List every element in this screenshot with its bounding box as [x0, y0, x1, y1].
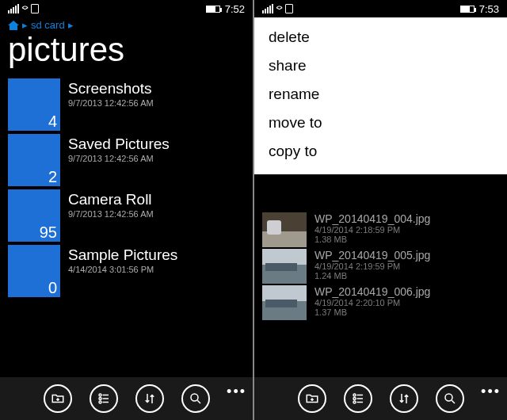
phone-right: ⌔ 7:53 WP_20140419_004.jpg 4/19/2014 2:1…: [254, 0, 507, 420]
search-button[interactable]: [181, 384, 210, 413]
file-list: WP_20140419_004.jpg 4/19/2014 2:18:59 PM…: [254, 212, 507, 320]
svg-point-0: [99, 394, 101, 396]
folder-name: Sample Pictures: [68, 246, 177, 264]
more-button[interactable]: •••: [227, 384, 246, 400]
svg-point-7: [445, 394, 452, 401]
context-menu-share[interactable]: share: [269, 57, 493, 74]
file-date: 4/19/2014 2:20:10 PM: [314, 298, 430, 307]
file-size: 1.38 MB: [314, 235, 430, 244]
wifi-icon: ⌔: [276, 3, 282, 14]
folder-tile[interactable]: 95: [8, 189, 60, 242]
file-date: 4/19/2014 2:19:59 PM: [314, 262, 430, 271]
select-button[interactable]: [344, 384, 372, 413]
folder-item[interactable]: 4 Screenshots 9/7/2013 12:42:56 AM: [8, 78, 245, 131]
wifi-icon: ⌔: [22, 3, 28, 14]
file-item[interactable]: WP_20140419_006.jpg 4/19/2014 2:20:10 PM…: [262, 285, 499, 320]
folder-date: 9/7/2013 12:42:56 AM: [68, 209, 154, 219]
more-button[interactable]: •••: [481, 384, 501, 400]
search-button[interactable]: [436, 384, 464, 413]
app-bar: •••: [0, 377, 253, 420]
folder-count: 4: [48, 113, 57, 131]
breadcrumb-sep: ▸: [22, 19, 28, 31]
breadcrumb[interactable]: ▸ sd card ▸: [0, 17, 253, 31]
folder-count: 95: [40, 223, 57, 242]
folder-item[interactable]: 0 Sample Pictures 4/14/2014 3:01:56 PM: [8, 245, 245, 297]
context-menu-delete[interactable]: delete: [269, 29, 493, 46]
svg-point-3: [191, 394, 198, 401]
status-bar: ⌔ 7:52: [0, 0, 253, 17]
new-folder-button[interactable]: [298, 384, 326, 413]
file-item[interactable]: WP_20140419_004.jpg 4/19/2014 2:18:59 PM…: [262, 212, 499, 247]
svg-point-2: [99, 401, 101, 403]
file-size: 1.37 MB: [314, 307, 430, 317]
context-menu-rename[interactable]: rename: [269, 86, 493, 103]
folder-name: Screenshots: [68, 80, 154, 97]
folder-name: Camera Roll: [68, 191, 154, 208]
vibrate-icon: [31, 4, 39, 13]
file-thumbnail[interactable]: [262, 249, 307, 284]
svg-point-5: [353, 398, 356, 400]
svg-point-1: [99, 398, 101, 400]
folder-item[interactable]: 95 Camera Roll 9/7/2013 12:42:56 AM: [8, 189, 245, 242]
file-name: WP_20140419_004.jpg: [314, 212, 430, 225]
folder-tile[interactable]: 2: [8, 134, 60, 186]
file-item[interactable]: WP_20140419_005.jpg 4/19/2014 2:19:59 PM…: [262, 249, 499, 284]
battery-icon: [460, 6, 475, 13]
vibrate-icon: [285, 4, 293, 13]
folder-list: 4 Screenshots 9/7/2013 12:42:56 AM 2 Sav…: [0, 78, 253, 297]
breadcrumb-label[interactable]: sd card: [31, 19, 65, 31]
folder-count: 2: [48, 168, 57, 186]
svg-point-4: [353, 394, 356, 396]
sort-button[interactable]: [135, 384, 164, 413]
sort-button[interactable]: [390, 384, 418, 413]
app-bar: •••: [254, 377, 507, 420]
file-name: WP_20140419_006.jpg: [314, 285, 430, 298]
file-size: 1.24 MB: [314, 271, 430, 281]
context-menu-copy-to[interactable]: copy to: [269, 143, 493, 160]
home-icon[interactable]: [8, 21, 19, 30]
phone-left: ⌔ 7:52 ▸ sd card ▸ pictures 4 Screenshot…: [0, 0, 253, 420]
file-date: 4/19/2014 2:18:59 PM: [314, 225, 430, 235]
breadcrumb-sep: ▸: [68, 19, 74, 31]
clock: 7:53: [479, 3, 499, 15]
context-menu-move-to[interactable]: move to: [269, 114, 493, 132]
folder-date: 9/7/2013 12:42:56 AM: [68, 154, 170, 163]
context-menu: delete share rename move to copy to: [254, 17, 507, 174]
battery-icon: [206, 6, 220, 13]
page-title: pictures: [0, 31, 253, 78]
folder-date: 4/14/2014 3:01:56 PM: [68, 265, 177, 274]
folder-date: 9/7/2013 12:42:56 AM: [68, 98, 154, 108]
status-bar: ⌔ 7:53: [254, 0, 507, 17]
folder-tile[interactable]: 4: [8, 78, 60, 131]
clock: 7:52: [225, 3, 245, 15]
folder-tile[interactable]: 0: [8, 245, 60, 297]
folder-item[interactable]: 2 Saved Pictures 9/7/2013 12:42:56 AM: [8, 134, 245, 186]
folder-name: Saved Pictures: [68, 136, 170, 153]
select-button[interactable]: [90, 384, 118, 413]
svg-point-6: [353, 401, 356, 403]
file-thumbnail[interactable]: [262, 212, 307, 247]
new-folder-button[interactable]: [44, 384, 72, 413]
signal-icon: [8, 4, 19, 13]
file-thumbnail[interactable]: [262, 285, 307, 320]
folder-count: 0: [48, 279, 57, 297]
signal-icon: [262, 4, 273, 13]
file-name: WP_20140419_005.jpg: [314, 249, 430, 262]
